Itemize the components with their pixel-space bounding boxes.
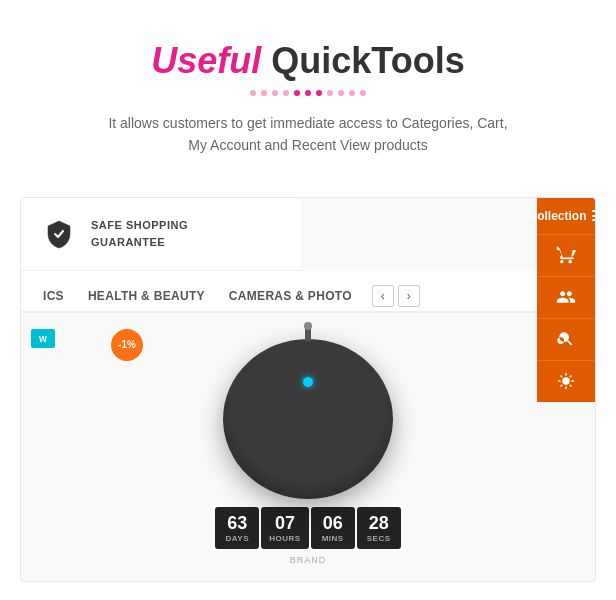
nav-tab-ics[interactable]: ICS — [31, 281, 76, 311]
shield-icon — [41, 216, 77, 252]
robot-antenna — [305, 327, 311, 341]
dot-4 — [283, 90, 289, 96]
search-icon-button[interactable] — [537, 318, 595, 360]
nav-arrows: ‹ › — [372, 285, 420, 307]
brand-tag: BRAND — [290, 555, 327, 565]
nav-tabs-row: ICS HEALTH & BEAUTY CAMERAS & PHOTO ‹ › — [21, 271, 595, 313]
countdown-days: 63 DAYS — [215, 507, 259, 550]
guarantee-text: SAFE SHOPPING GUARANTEE — [91, 217, 188, 250]
demo-container: SAFE SHOPPING GUARANTEE ICS HEALTH & BEA… — [20, 197, 596, 583]
guarantee-banner: SAFE SHOPPING GUARANTEE — [21, 198, 301, 271]
dot-7 — [316, 90, 322, 96]
dot-3 — [272, 90, 278, 96]
product-image: 63 DAYS 07 HOURS 06 MINS 28 SECS BRAND — [208, 339, 408, 566]
account-icon — [556, 287, 576, 307]
search-icon — [557, 330, 575, 348]
countdown-secs: 28 SECS — [357, 507, 401, 550]
title-useful: Useful — [151, 40, 261, 81]
discount-badge: -1% — [111, 329, 143, 361]
settings-icon-button[interactable] — [537, 360, 595, 402]
account-icon-button[interactable] — [537, 276, 595, 318]
nav-next-arrow[interactable]: › — [398, 285, 420, 307]
dots-divider — [20, 90, 596, 96]
dot-6 — [305, 90, 311, 96]
robot-eye — [303, 377, 313, 387]
quick-tools-sidebar: Collection ☰ — [537, 198, 595, 402]
sun-icon — [557, 372, 575, 390]
header-subtitle: It allows customers to get immediate acc… — [108, 112, 508, 157]
cart-icon — [556, 245, 576, 265]
nav-prev-arrow[interactable]: ‹ — [372, 285, 394, 307]
page-title: Useful QuickTools — [20, 40, 596, 82]
cart-icon-button[interactable] — [537, 234, 595, 276]
collection-button[interactable]: Collection ☰ — [537, 198, 595, 234]
header-section: Useful QuickTools It allows customers to… — [0, 0, 616, 177]
dot-2 — [261, 90, 267, 96]
dot-11 — [360, 90, 366, 96]
nav-tab-health[interactable]: HEALTH & BEAUTY — [76, 281, 217, 311]
countdown-mins: 06 MINS — [311, 507, 355, 550]
dot-5 — [294, 90, 300, 96]
dot-1 — [250, 90, 256, 96]
countdown-hours: 07 HOURS — [261, 507, 308, 550]
countdown-bar: 63 DAYS 07 HOURS 06 MINS 28 SECS — [215, 507, 400, 550]
new-badge: w — [31, 329, 55, 348]
robot-body — [223, 339, 393, 499]
filter-icon: ☰ — [591, 208, 596, 224]
dot-9 — [338, 90, 344, 96]
title-quicktools: QuickTools — [261, 40, 464, 81]
nav-tab-cameras[interactable]: CAMERAS & PHOTO — [217, 281, 364, 311]
dot-8 — [327, 90, 333, 96]
collection-label: Collection — [529, 209, 587, 223]
product-area: w -1% 63 DAYS 07 HOURS 06 MINS — [21, 313, 595, 582]
dot-10 — [349, 90, 355, 96]
